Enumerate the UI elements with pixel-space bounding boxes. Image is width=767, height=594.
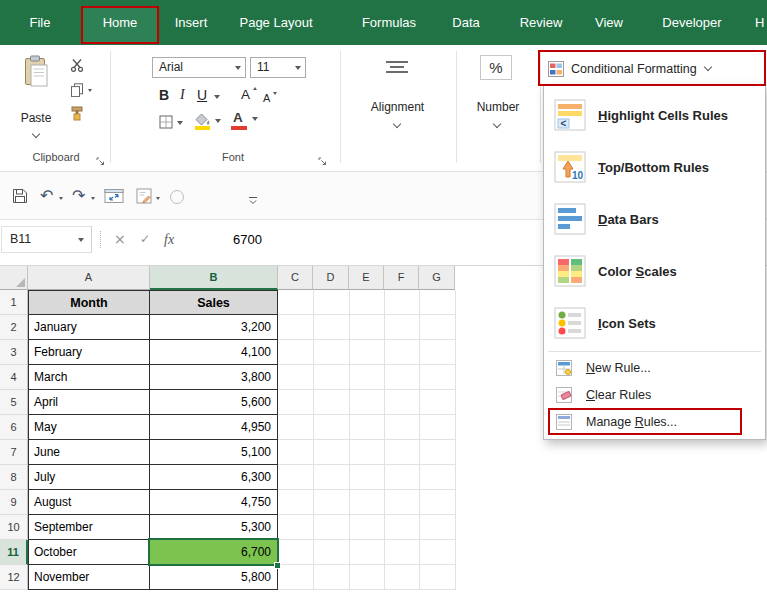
formula-cancel-button[interactable]: × (114, 226, 126, 253)
quick-edit-button[interactable] (136, 188, 152, 208)
fill-handle[interactable] (274, 562, 281, 569)
row-header-5[interactable]: 5 (0, 390, 28, 415)
column-header-B[interactable]: B (150, 266, 278, 290)
row-header-7[interactable]: 7 (0, 440, 28, 465)
cell-A8[interactable]: July (28, 465, 150, 490)
cell-B1[interactable]: Sales (150, 290, 278, 315)
name-box[interactable]: B11 (1, 226, 92, 253)
tab-help[interactable]: H (755, 0, 764, 45)
tab-view[interactable]: View (595, 0, 623, 45)
tab-page-layout[interactable]: Page Layout (239, 0, 312, 45)
formula-enter-button[interactable]: ✓ (140, 226, 150, 253)
cell-A3[interactable]: February (28, 340, 150, 365)
cell-B3[interactable]: 4,100 (150, 340, 278, 365)
grow-font-button[interactable]: A (241, 85, 250, 103)
tab-data[interactable]: Data (452, 0, 479, 45)
shrink-font-button[interactable]: A (263, 88, 270, 106)
gridline (278, 539, 455, 540)
cell-A10[interactable]: September (28, 515, 150, 540)
row-header-11[interactable]: 11 (0, 540, 28, 565)
redo-chevron-icon[interactable] (91, 197, 95, 200)
cell-A6[interactable]: May (28, 415, 150, 440)
cell-A4[interactable]: March (28, 365, 150, 390)
circle-icon[interactable] (170, 190, 184, 204)
tab-formulas[interactable]: Formulas (362, 0, 416, 45)
column-header-A[interactable]: A (28, 266, 150, 290)
format-painter-button[interactable] (70, 106, 84, 125)
insert-function-button[interactable]: fx (164, 226, 174, 253)
menu-item-color-scales[interactable]: Color Scales (544, 245, 765, 297)
redo-button[interactable]: ↷ (72, 186, 85, 205)
tab-review[interactable]: Review (520, 0, 563, 45)
copy-button[interactable] (70, 83, 84, 101)
cell-A7[interactable]: June (28, 440, 150, 465)
menu-item-new-rule[interactable]: New Rule... (544, 354, 765, 381)
number-group-button[interactable]: % Number (456, 53, 540, 149)
paste-button[interactable]: Paste (12, 53, 60, 149)
bold-button[interactable]: B (159, 87, 169, 103)
undo-button[interactable]: ↶ (40, 186, 53, 205)
cell-B5[interactable]: 5,600 (150, 390, 278, 415)
menu-item-top-bottom-rules[interactable]: 10 Top/Bottom Rules (544, 141, 765, 193)
row-header-3[interactable]: 3 (0, 340, 28, 365)
row-header-12[interactable]: 12 (0, 565, 28, 590)
cell-B6[interactable]: 4,950 (150, 415, 278, 440)
formula-bar-splitter[interactable] (100, 231, 101, 248)
cell-A11[interactable]: October (28, 540, 150, 565)
save-button[interactable] (12, 188, 28, 208)
row-header-1[interactable]: 1 (0, 290, 28, 315)
borders-button[interactable] (159, 115, 173, 133)
cell-B2[interactable]: 3,200 (150, 315, 278, 340)
cell-B4[interactable]: 3,800 (150, 365, 278, 390)
cell-A9[interactable]: August (28, 490, 150, 515)
undo-chevron-icon[interactable] (59, 197, 63, 200)
underline-chevron-icon[interactable] (214, 95, 220, 99)
cell-B10[interactable]: 5,300 (150, 515, 278, 540)
conditional-formatting-button[interactable]: Conditional Formatting (548, 55, 711, 82)
data-bars-icon (552, 203, 588, 235)
cell-B11-selected[interactable]: 6,700 (150, 540, 278, 565)
tab-file[interactable]: File (30, 0, 51, 45)
cell-A2[interactable]: January (28, 315, 150, 340)
tab-developer[interactable]: Developer (662, 0, 721, 45)
row-header-8[interactable]: 8 (0, 465, 28, 490)
select-all-corner[interactable] (0, 266, 28, 290)
menu-item-manage-rules[interactable]: Manage Rules... (544, 408, 765, 435)
italic-button[interactable]: I (180, 87, 185, 103)
column-header-D[interactable]: D (313, 266, 349, 290)
menu-item-icon-sets[interactable]: Icon Sets (544, 297, 765, 349)
cell-B9[interactable]: 4,750 (150, 490, 278, 515)
column-header-G[interactable]: G (419, 266, 455, 290)
menu-item-data-bars[interactable]: Data Bars (544, 193, 765, 245)
fit-window-button[interactable] (104, 188, 124, 208)
tab-home[interactable]: Home (103, 0, 138, 45)
font-size-combobox[interactable]: 11 (250, 57, 306, 78)
cell-A1[interactable]: Month (28, 290, 150, 315)
fill-color-button[interactable] (195, 112, 211, 130)
row-header-10[interactable]: 10 (0, 515, 28, 540)
qat-customize-button[interactable] (248, 192, 258, 210)
menu-item-label: Color Scales (598, 264, 677, 279)
cell-B7[interactable]: 5,100 (150, 440, 278, 465)
formula-input[interactable]: 6700 (233, 226, 262, 253)
menu-item-highlight-cells-rules[interactable]: < Highlight Cells Rules (544, 89, 765, 141)
font-name-combobox[interactable]: Arial (152, 57, 246, 78)
alignment-group-button[interactable]: Alignment (345, 53, 450, 149)
row-header-4[interactable]: 4 (0, 365, 28, 390)
column-header-C[interactable]: C (278, 266, 313, 290)
font-dialog-launcher[interactable] (318, 153, 328, 171)
column-header-F[interactable]: F (384, 266, 419, 290)
column-header-E[interactable]: E (349, 266, 384, 290)
cell-A5[interactable]: April (28, 390, 150, 415)
clipboard-dialog-launcher[interactable] (96, 153, 106, 171)
cell-B8[interactable]: 6,300 (150, 465, 278, 490)
underline-button[interactable]: U (197, 87, 207, 103)
cell-A12[interactable]: November (28, 565, 150, 590)
tab-insert[interactable]: Insert (175, 0, 208, 45)
row-header-6[interactable]: 6 (0, 415, 28, 440)
menu-item-clear-rules[interactable]: Clear Rules (544, 381, 765, 408)
cut-button[interactable] (70, 58, 84, 76)
cell-B12[interactable]: 5,800 (150, 565, 278, 590)
row-header-2[interactable]: 2 (0, 315, 28, 340)
row-header-9[interactable]: 9 (0, 490, 28, 515)
